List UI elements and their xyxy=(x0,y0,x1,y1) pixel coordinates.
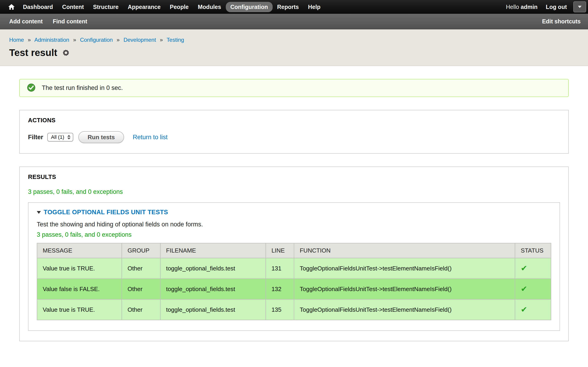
test-group-summary: 3 passes, 0 fails, and 0 exceptions xyxy=(37,231,551,238)
breadcrumb-home[interactable]: Home xyxy=(9,37,24,43)
cell-status: ✔ xyxy=(515,279,551,299)
filter-select-value: All (1) xyxy=(51,134,64,140)
cell-function: ToggleOptionalFieldsUnitTest->testElemen… xyxy=(294,279,515,299)
col-header-line: LINE xyxy=(266,243,294,258)
main-content: The test run finished in 0 sec. ACTIONS … xyxy=(0,66,588,360)
return-to-list-link[interactable]: Return to list xyxy=(133,134,168,141)
pass-check-icon: ✔ xyxy=(521,264,527,273)
cell-filename: toggle_optional_fields.test xyxy=(160,258,266,279)
menu-item-structure[interactable]: Structure xyxy=(88,2,123,12)
menu-item-help[interactable]: Help xyxy=(303,2,325,12)
test-group-title-link[interactable]: TOGGLE OPTIONAL FIELDS UNIT TESTS xyxy=(44,209,168,216)
test-group-description: Test the showing and hiding of optional … xyxy=(37,221,551,228)
breadcrumb-separator: » xyxy=(28,37,31,43)
status-message-text: The test run finished in 0 sec. xyxy=(42,84,123,91)
select-arrows-icon xyxy=(67,135,70,140)
drupal-admin-page: Dashboard Content Structure Appearance P… xyxy=(0,0,588,367)
run-tests-button[interactable]: Run tests xyxy=(78,131,124,143)
toolbar-toggle-button[interactable] xyxy=(573,1,586,12)
filter-label: Filter xyxy=(28,134,43,141)
col-header-message: MESSAGE xyxy=(37,243,122,258)
result-row: Value false is FALSE. Other toggle_optio… xyxy=(37,279,551,299)
page-title: Test result xyxy=(9,47,57,58)
shortcut-bar: Add content Find content Edit shortcuts xyxy=(0,14,588,29)
results-table-body: Value true is TRUE. Other toggle_optiona… xyxy=(37,258,551,320)
col-header-filename: FILENAME xyxy=(160,243,266,258)
contextual-gear-icon[interactable] xyxy=(63,50,69,56)
actions-legend: ACTIONS xyxy=(28,117,560,124)
breadcrumb-development[interactable]: Development xyxy=(124,37,156,43)
col-header-function: FUNCTION xyxy=(294,243,515,258)
success-check-icon xyxy=(27,83,35,92)
cell-message: Value false is FALSE. xyxy=(37,279,122,299)
results-fieldset: RESULTS 3 passes, 0 fails, and 0 excepti… xyxy=(19,167,569,341)
col-header-status: STATUS xyxy=(515,243,551,258)
cell-message: Value true is TRUE. xyxy=(37,258,122,279)
cell-function: ToggleOptionalFieldsUnitTest->testElemen… xyxy=(294,258,515,279)
menu-item-appearance[interactable]: Appearance xyxy=(123,2,165,12)
cell-line: 132 xyxy=(266,279,294,299)
breadcrumb: Home » Administration » Configuration » … xyxy=(9,37,577,43)
collapse-arrow-icon xyxy=(37,211,41,214)
cell-group: Other xyxy=(122,258,160,279)
results-table: MESSAGE GROUP FILENAME LINE FUNCTION STA… xyxy=(37,243,551,320)
menu-item-content[interactable]: Content xyxy=(58,2,88,12)
status-message: The test run finished in 0 sec. xyxy=(19,79,569,97)
menu-item-reports[interactable]: Reports xyxy=(273,2,303,12)
menu-item-people[interactable]: People xyxy=(165,2,193,12)
logout-link[interactable]: Log out xyxy=(542,4,573,10)
results-table-header-row: MESSAGE GROUP FILENAME LINE FUNCTION STA… xyxy=(37,243,551,258)
cell-function: ToggleOptionalFieldsUnitTest->testElemen… xyxy=(294,299,515,320)
test-group-fieldset: TOGGLE OPTIONAL FIELDS UNIT TESTS Test t… xyxy=(28,202,560,331)
edit-shortcuts-link[interactable]: Edit shortcuts xyxy=(542,18,581,25)
actions-fieldset: ACTIONS Filter All (1) Run tests Return … xyxy=(19,110,569,154)
admin-toolbar: Dashboard Content Structure Appearance P… xyxy=(0,0,588,14)
home-icon[interactable] xyxy=(5,4,18,10)
breadcrumb-testing[interactable]: Testing xyxy=(166,37,184,43)
username: admin xyxy=(521,4,538,10)
breadcrumb-configuration[interactable]: Configuration xyxy=(80,37,113,43)
menu-item-modules[interactable]: Modules xyxy=(193,2,225,12)
pass-check-icon: ✔ xyxy=(521,284,527,293)
cell-filename: toggle_optional_fields.test xyxy=(160,279,266,299)
chevron-down-icon xyxy=(578,6,582,8)
cell-status: ✔ xyxy=(515,258,551,279)
cell-line: 131 xyxy=(266,258,294,279)
result-row: Value true is TRUE. Other toggle_optiona… xyxy=(37,258,551,279)
breadcrumb-separator: » xyxy=(117,37,120,43)
results-legend: RESULTS xyxy=(28,173,560,181)
cell-group: Other xyxy=(122,279,160,299)
shortcut-add-content[interactable]: Add content xyxy=(9,18,48,25)
menu-item-dashboard[interactable]: Dashboard xyxy=(18,2,58,12)
breadcrumb-separator: » xyxy=(73,37,76,43)
cell-status: ✔ xyxy=(515,299,551,320)
breadcrumb-separator: » xyxy=(160,37,163,43)
cell-message: Value true is TRUE. xyxy=(37,299,122,320)
menu-item-configuration[interactable]: Configuration xyxy=(226,2,273,12)
user-greeting: Hello admin xyxy=(502,4,542,10)
admin-menu: Dashboard Content Structure Appearance P… xyxy=(18,0,325,14)
result-row: Value true is TRUE. Other toggle_optiona… xyxy=(37,299,551,320)
page-header: Home » Administration » Configuration » … xyxy=(0,29,588,66)
cell-group: Other xyxy=(122,299,160,320)
test-group-title[interactable]: TOGGLE OPTIONAL FIELDS UNIT TESTS xyxy=(37,209,551,216)
filter-select[interactable]: All (1) xyxy=(47,133,73,142)
col-header-group: GROUP xyxy=(122,243,160,258)
cell-line: 135 xyxy=(266,299,294,320)
breadcrumb-administration[interactable]: Administration xyxy=(34,37,69,43)
shortcut-find-content[interactable]: Find content xyxy=(53,18,93,25)
results-summary: 3 passes, 0 fails, and 0 exceptions xyxy=(28,188,560,195)
cell-filename: toggle_optional_fields.test xyxy=(160,299,266,320)
pass-check-icon: ✔ xyxy=(521,305,527,314)
